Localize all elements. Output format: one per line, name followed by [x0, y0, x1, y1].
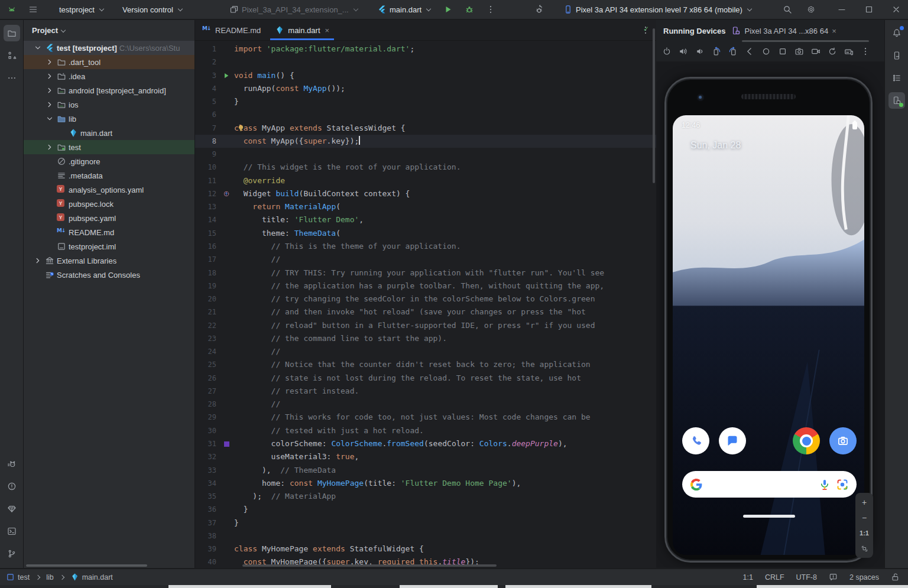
tree-item-pubspec.yaml[interactable]: Ypubspec.yaml [24, 211, 194, 225]
overrides-gutter-icon[interactable] [223, 190, 230, 197]
file-encoding[interactable]: UTF-8 [796, 573, 817, 581]
code-line-8[interactable]: 8 const MyApp({super.key}); [195, 135, 656, 148]
code-line-39[interactable]: 39class MyHomePage extends StatefulWidge… [195, 542, 656, 555]
overview-button[interactable] [776, 44, 790, 59]
editor-tab-main.dart[interactable]: main.dart× [268, 20, 336, 40]
screenshot-button[interactable] [792, 44, 806, 59]
caret-position[interactable]: 1:1 [743, 573, 753, 581]
editor-hscrollbar[interactable] [242, 564, 497, 567]
code-line-10[interactable]: 10 // This widget is the root of your ap… [195, 161, 656, 174]
tree-item-android[interactable]: android [testproject_android] [24, 83, 194, 98]
code-line-26[interactable]: 26 // state is not lost during the reloa… [195, 372, 656, 385]
device-tab[interactable]: Pixel 3a API 34 ...x86 64 × [731, 26, 836, 35]
settings-button[interactable] [803, 2, 819, 17]
code-line-7[interactable]: 7class MyApp extends StatelessWidget { [195, 122, 656, 135]
tool-button-project-folder[interactable] [4, 25, 20, 41]
code-line-16[interactable]: 16 // This is the theme of your applicat… [195, 240, 656, 253]
breadcrumb-main.dart[interactable]: main.dart [70, 573, 113, 581]
chrome-app-icon[interactable] [793, 427, 820, 454]
tool-button-notifications[interactable] [888, 25, 905, 41]
editor-tab-README.md[interactable]: M↓README.md [195, 20, 268, 40]
volume-down-button[interactable] [693, 44, 707, 59]
code-line-18[interactable]: 18 // TRY THIS: Try running your applica… [195, 267, 656, 280]
code-line-4[interactable]: 4 runApp(const MyApp()); [195, 82, 656, 95]
tree-item-analysis_options.yaml[interactable]: Yanalysis_options.yaml [24, 183, 194, 197]
code-line-3[interactable]: 3void main() { [195, 69, 656, 82]
tree-item-External[interactable]: External Libraries [24, 254, 194, 268]
inspection-widget[interactable] [829, 573, 838, 581]
tree-item-pubspec.lock[interactable]: Ypubspec.lock [24, 197, 194, 211]
code-line-22[interactable]: 22 // reload" button in a Flutter-suppor… [195, 319, 656, 332]
expand-arrow-icon[interactable] [45, 142, 54, 152]
tool-button-structure[interactable] [4, 47, 20, 64]
intention-bulb-icon[interactable] [236, 124, 245, 132]
search-everywhere-button[interactable] [779, 2, 796, 17]
tree-item-.gitignore[interactable]: .gitignore [24, 154, 194, 168]
code-line-33[interactable]: 33 ), // ThemeData [195, 464, 656, 477]
volume-up-button[interactable] [676, 44, 690, 59]
code-line-32[interactable]: 32 useMaterial3: true, [195, 450, 656, 463]
close-tab-button[interactable]: × [325, 26, 330, 35]
code-line-6[interactable]: 6 [195, 108, 656, 121]
code-line-30[interactable]: 30 // tested with just a hot reload. [195, 424, 656, 437]
tree-item-test[interactable]: test [testproject]C:\Users\sora\Stu [24, 41, 194, 55]
code-line-21[interactable]: 21 // and then invoke "hot reload" (save… [195, 306, 656, 319]
rotate-left-button[interactable] [709, 44, 724, 59]
more-actions-button[interactable] [482, 2, 499, 17]
code-line-1[interactable]: 1import 'package:flutter/material.dart'; [195, 43, 656, 56]
zoom-out-button[interactable]: − [858, 511, 871, 524]
code-line-9[interactable]: 9 [195, 148, 656, 161]
google-search-bar[interactable] [682, 471, 857, 498]
code-line-25[interactable]: 25 // Notice that the counter didn't res… [195, 358, 656, 371]
tool-button-more-horizontal[interactable] [4, 70, 20, 86]
tree-item-.metadata[interactable]: .metadata [24, 168, 194, 183]
expand-arrow-icon[interactable] [45, 72, 54, 81]
vcs-widget[interactable]: Version control [118, 2, 188, 17]
expand-arrow-icon[interactable] [45, 57, 54, 67]
expand-arrow-icon[interactable] [45, 86, 54, 95]
hardware-input-button[interactable] [842, 44, 856, 59]
tool-button-device-manager[interactable] [888, 47, 905, 64]
code-line-27[interactable]: 27 // restart instead. [195, 385, 656, 398]
indent-style[interactable]: 2 spaces [849, 573, 879, 581]
code-line-29[interactable]: 29 // This works for code too, not just … [195, 411, 656, 424]
code-line-15[interactable]: 15 theme: ThemeData( [195, 227, 656, 240]
tree-item-Scratches[interactable]: Scratches and Consoles [24, 268, 194, 282]
code-area[interactable]: 1import 'package:flutter/material.dart';… [195, 41, 656, 568]
devices-hscroll-thumb[interactable] [742, 40, 869, 42]
device-screen[interactable]: 12:46 Sun, Jan 28 [673, 115, 864, 555]
breadcrumb-lib[interactable]: lib [46, 573, 54, 581]
tool-button-version-control[interactable] [4, 545, 20, 562]
code-line-37[interactable]: 37} [195, 516, 656, 529]
tool-button-terminal[interactable] [4, 523, 20, 540]
minimize-window-button[interactable] [834, 2, 850, 17]
tree-item-test[interactable]: test [24, 140, 194, 154]
home-nav-button[interactable] [759, 44, 773, 59]
voice-search-icon[interactable] [819, 479, 831, 490]
zoom-in-button[interactable]: + [858, 496, 871, 509]
code-line-13[interactable]: 13 return MaterialApp( [195, 200, 656, 213]
run-target-selector[interactable]: Pixel_3a_API_34_extension_... [225, 2, 364, 17]
code-line-11[interactable]: 11 @override [195, 174, 656, 187]
run-gutter-icon[interactable] [223, 72, 230, 79]
color-preview-swatch[interactable] [224, 441, 229, 447]
project-tree-hscrollbar[interactable] [26, 564, 147, 567]
tool-button-app-quality-insights[interactable] [4, 501, 20, 517]
code-line-31[interactable]: 31 colorScheme: ColorScheme.fromSeed(see… [195, 437, 656, 450]
attach-debugger-button[interactable] [531, 2, 547, 17]
project-widget[interactable]: testproject [54, 2, 109, 17]
tree-item-main.dart[interactable]: main.dart [24, 126, 194, 140]
tree-item-.idea[interactable]: .idea [24, 69, 194, 83]
code-line-20[interactable]: 20 // try changing the seedColor in the … [195, 293, 656, 306]
screen-record-button[interactable] [809, 44, 823, 59]
tree-item-ios[interactable]: ios [24, 98, 194, 112]
device-selector[interactable]: Pixel 3a API 34 extension level 7 x86 64… [559, 2, 757, 17]
close-window-button[interactable] [888, 2, 904, 17]
code-line-2[interactable]: 2 [195, 56, 656, 69]
code-line-17[interactable]: 17 // [195, 253, 656, 266]
expand-arrow-icon[interactable] [45, 100, 54, 109]
code-line-12[interactable]: 12 Widget build(BuildContext context) { [195, 187, 656, 200]
back-button[interactable] [742, 44, 757, 59]
zoom-reset-button[interactable]: 1:1 [858, 527, 871, 540]
tree-item-.dart_tool[interactable]: .dart_tool [24, 55, 194, 69]
